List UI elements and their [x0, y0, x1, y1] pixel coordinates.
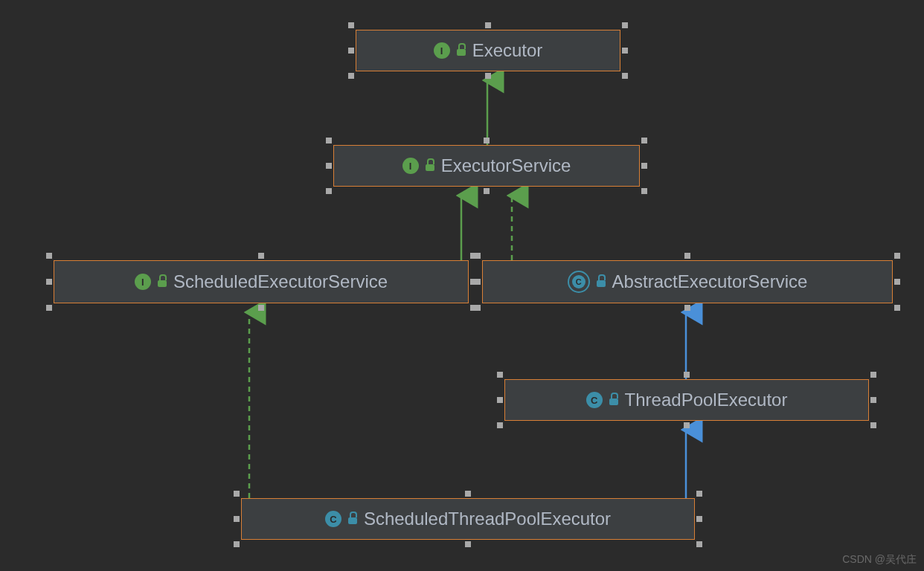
selection-handle[interactable] [348, 73, 354, 79]
selection-handle[interactable] [894, 279, 900, 285]
selection-handle[interactable] [46, 253, 52, 259]
node-label: ExecutorService [441, 155, 571, 176]
node-thread-pool-executor[interactable]: C ThreadPoolExecutor [504, 379, 869, 421]
node-abstract-executor-service[interactable]: C AbstractExecutorService [482, 260, 893, 303]
selection-handle[interactable] [870, 397, 876, 403]
selection-handle[interactable] [485, 22, 491, 28]
lock-icon [425, 161, 435, 171]
watermark: CSDN @吴代庄 [842, 553, 917, 567]
selection-handle[interactable] [46, 305, 52, 311]
node-executor[interactable]: I Executor [356, 30, 620, 71]
selection-handle[interactable] [684, 253, 690, 259]
selection-handle[interactable] [684, 372, 690, 378]
selection-handle[interactable] [258, 253, 264, 259]
lock-icon [456, 45, 466, 56]
abstract-class-icon: C [568, 271, 590, 293]
selection-handle[interactable] [465, 541, 471, 547]
selection-handle[interactable] [234, 491, 240, 497]
selection-handle[interactable] [258, 305, 264, 311]
selection-handle[interactable] [46, 279, 52, 285]
interface-icon: I [434, 42, 450, 59]
lock-icon [609, 395, 619, 405]
selection-handle[interactable] [641, 188, 647, 194]
selection-handle[interactable] [641, 138, 647, 143]
selection-handle[interactable] [622, 22, 628, 28]
selection-handle[interactable] [326, 163, 332, 169]
node-label: Executor [472, 40, 543, 61]
interface-icon: I [135, 274, 151, 290]
selection-handle[interactable] [475, 253, 481, 259]
selection-handle[interactable] [475, 305, 481, 311]
selection-handle[interactable] [348, 48, 354, 54]
selection-handle[interactable] [622, 48, 628, 54]
selection-handle[interactable] [684, 422, 690, 428]
selection-handle[interactable] [894, 253, 900, 259]
selection-handle[interactable] [234, 516, 240, 522]
selection-handle[interactable] [484, 138, 490, 143]
selection-handle[interactable] [684, 305, 690, 311]
lock-icon [596, 277, 606, 287]
selection-handle[interactable] [497, 372, 503, 378]
selection-handle[interactable] [326, 138, 332, 143]
selection-handle[interactable] [894, 305, 900, 311]
lock-icon [347, 514, 358, 524]
diagram-canvas[interactable]: I Executor I ExecutorService I Scheduled… [0, 0, 924, 571]
node-label: AbstractExecutorService [612, 271, 808, 292]
node-executor-service[interactable]: I ExecutorService [333, 145, 640, 187]
node-label: ScheduledThreadPoolExecutor [364, 509, 611, 529]
selection-handle[interactable] [696, 491, 702, 497]
node-scheduled-thread-pool-executor[interactable]: C ScheduledThreadPoolExecutor [241, 498, 695, 540]
selection-handle[interactable] [326, 188, 332, 194]
selection-handle[interactable] [622, 73, 628, 79]
selection-handle[interactable] [234, 541, 240, 547]
class-icon: C [586, 392, 603, 408]
selection-handle[interactable] [465, 491, 471, 497]
selection-handle[interactable] [475, 279, 481, 285]
selection-handle[interactable] [696, 516, 702, 522]
node-label: ThreadPoolExecutor [625, 390, 788, 410]
selection-handle[interactable] [641, 163, 647, 169]
selection-handle[interactable] [348, 22, 354, 28]
selection-handle[interactable] [497, 422, 503, 428]
selection-handle[interactable] [485, 73, 491, 79]
selection-handle[interactable] [696, 541, 702, 547]
node-scheduled-executor-service[interactable]: I ScheduledExecutorService [54, 260, 469, 303]
lock-icon [157, 277, 167, 287]
selection-handle[interactable] [497, 397, 503, 403]
class-icon: C [325, 511, 341, 527]
selection-handle[interactable] [870, 372, 876, 378]
interface-icon: I [402, 158, 419, 174]
selection-handle[interactable] [870, 422, 876, 428]
selection-handle[interactable] [484, 188, 490, 194]
node-label: ScheduledExecutorService [173, 271, 388, 292]
